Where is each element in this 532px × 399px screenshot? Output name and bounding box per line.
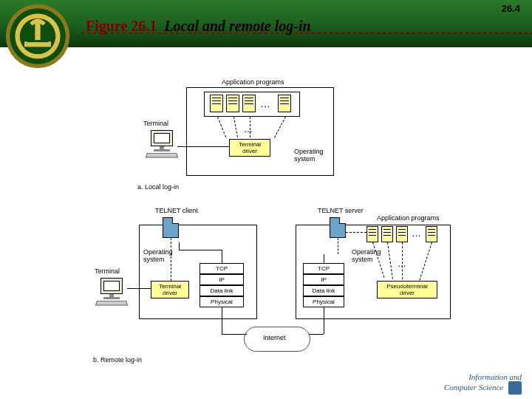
figure-title: Figure 26.1 Local and remote log-in xyxy=(86,18,311,35)
tcp-box-right: TCP xyxy=(303,263,344,274)
connector xyxy=(222,334,247,335)
department-logo: Information and Computer Science xyxy=(444,373,522,395)
physical-box-left: Physical xyxy=(200,296,244,307)
physical-box-right: Physical xyxy=(303,296,344,307)
terminal-icon xyxy=(146,130,180,164)
connector xyxy=(222,307,222,334)
app-program-box xyxy=(226,95,239,112)
app-program-box xyxy=(381,226,393,242)
connector xyxy=(127,288,151,289)
os-label-right: Operating system xyxy=(352,248,389,263)
connector xyxy=(177,146,229,147)
diagram-a-caption: a. Local log-in xyxy=(137,183,179,191)
connector xyxy=(250,117,250,137)
page-number: 26.4 xyxy=(502,3,520,14)
connector xyxy=(222,250,222,263)
terminal-icon xyxy=(96,278,130,312)
footer-line1: Information and xyxy=(468,372,522,381)
svg-rect-4 xyxy=(35,21,40,40)
terminal-label-b: Terminal xyxy=(95,267,120,275)
terminal-driver-b: Terminal driver xyxy=(151,281,189,299)
connector xyxy=(346,232,366,233)
app-programs-label-b: Application programs xyxy=(377,214,440,222)
internet-label: Internet xyxy=(263,334,286,341)
os-label-a: Operating system xyxy=(294,148,335,163)
svg-rect-5 xyxy=(24,41,51,47)
connector xyxy=(324,254,324,263)
ellipsis: … xyxy=(412,228,421,239)
pseudoterminal-driver: Pseudoterminal driver xyxy=(377,281,437,299)
datalink-box-right: Data link xyxy=(303,285,344,296)
telnet-server-label: TELNET server xyxy=(318,207,364,214)
connector xyxy=(402,242,403,279)
connector xyxy=(179,250,222,250)
svg-rect-6 xyxy=(27,40,49,42)
footer-line2: Computer Science xyxy=(444,383,503,392)
connector xyxy=(171,238,171,281)
diagram-area: Operating system Application programs … … xyxy=(0,66,532,377)
app-programs-label-a: Application programs xyxy=(222,78,284,86)
connector xyxy=(338,238,338,254)
app-program-box xyxy=(426,226,437,242)
terminal-label-a: Terminal xyxy=(143,120,168,127)
ellipsis: … xyxy=(244,124,253,134)
document-icon xyxy=(330,217,346,238)
ip-box-left: IP xyxy=(200,274,244,285)
diagram-b-caption: b. Remote log-in xyxy=(93,356,142,364)
connector xyxy=(324,307,324,334)
university-seal-icon xyxy=(4,3,71,69)
connector xyxy=(309,334,324,335)
app-program-box xyxy=(210,95,223,112)
connector xyxy=(179,242,180,250)
footer-badge-icon xyxy=(508,381,522,395)
ip-box-right: IP xyxy=(303,274,344,285)
app-program-box xyxy=(396,226,408,242)
telnet-client-label: TELNET client xyxy=(155,207,198,214)
ellipsis: … xyxy=(260,98,270,109)
datalink-box-left: Data link xyxy=(200,285,244,296)
app-program-box xyxy=(278,95,291,112)
figure-caption: Local and remote log-in xyxy=(164,18,310,34)
document-icon xyxy=(163,217,179,238)
terminal-driver-a: Terminal driver xyxy=(229,139,270,157)
os-label-left: Operating system xyxy=(143,248,180,263)
app-program-box xyxy=(242,95,256,112)
figure-number: Figure 26.1 xyxy=(86,18,157,34)
app-program-box xyxy=(366,226,378,242)
tcp-box-left: TCP xyxy=(200,263,244,274)
